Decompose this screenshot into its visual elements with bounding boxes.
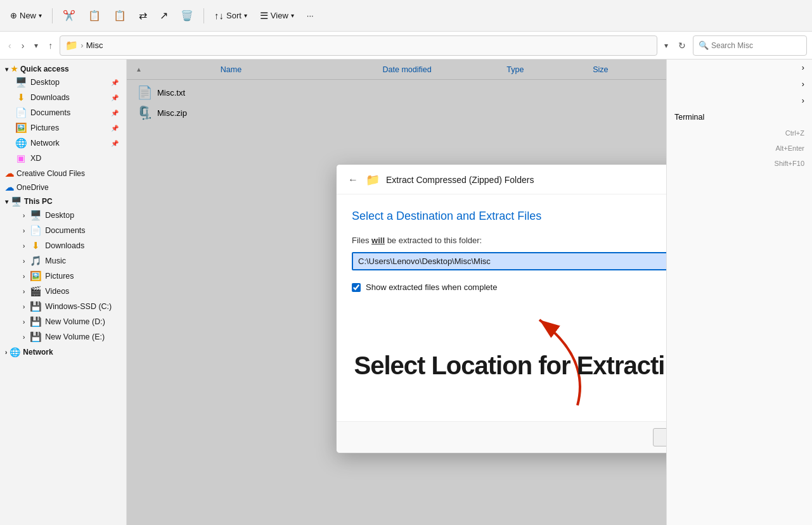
sidebar: ▾ ★ Quick access 🖥️ Desktop 📌 ⬇ Download…: [0, 60, 127, 525]
main-layout: ▾ ★ Quick access 🖥️ Desktop 📌 ⬇ Download…: [0, 60, 812, 525]
dialog-title-text: Extract Compressed (Zipped) Folders: [386, 175, 534, 185]
context-item-shift-f10[interactable]: Shift+F10: [667, 156, 812, 171]
context-item-terminal[interactable]: Terminal: [667, 109, 812, 125]
this-pc-header[interactable]: ▾ 🖥️ This PC: [0, 194, 126, 208]
new-chevron-icon: ▾: [39, 12, 42, 19]
sidebar-new-volume-e-label: New Volume (E:): [45, 332, 119, 341]
view-icon: ☰: [260, 10, 268, 22]
windows-ssd-icon: 💾: [30, 301, 41, 312]
downloads-icon: ⬇: [15, 92, 27, 103]
separator-1: [52, 8, 53, 23]
network-quick-pin-icon: 📌: [111, 140, 119, 147]
sidebar-item-new-volume-e[interactable]: › 💾 New Volume (E:): [3, 329, 124, 345]
rename-button[interactable]: ⇄: [134, 6, 152, 25]
separator-2: [203, 8, 204, 23]
context-item-expand-2[interactable]: ›: [667, 76, 812, 92]
sidebar-item-downloads-pc[interactable]: › ⬇ Downloads: [3, 238, 124, 253]
dialog-title-left: ← 📁 Extract Compressed (Zipped) Folders: [347, 173, 534, 187]
dialog-back-button[interactable]: ←: [347, 173, 359, 187]
quick-access-collapse-icon: ▾: [5, 66, 8, 73]
right-panel: › › › Terminal Ctrl+Z Alt+Enter Shift+F1…: [666, 60, 812, 525]
show-extracted-checkbox[interactable]: [352, 283, 361, 292]
downloads-pin-icon: 📌: [111, 94, 119, 101]
copy-button[interactable]: 📋: [83, 6, 106, 25]
sidebar-item-new-volume-d[interactable]: › 💾 New Volume (D:): [3, 314, 124, 329]
dropdown-button[interactable]: ▾: [31, 38, 41, 53]
this-pc-expand-icon: ▾: [5, 198, 8, 205]
dialog-description: Files will be extracted to this folder:: [352, 236, 666, 245]
sidebar-item-documents-pc[interactable]: › 📄 Documents: [3, 223, 124, 238]
quick-access-header[interactable]: ▾ ★ Quick access: [0, 62, 126, 75]
desktop-icon: 🖥️: [15, 77, 27, 88]
sidebar-item-desktop-pc[interactable]: › 🖥️ Desktop: [3, 208, 124, 223]
new-volume-e-expand-icon: ›: [23, 334, 25, 341]
sidebar-item-desktop[interactable]: 🖥️ Desktop 📌: [3, 75, 124, 90]
sidebar-item-pictures[interactable]: 🖼️ Pictures 📌: [3, 120, 124, 136]
creative-cloud-header[interactable]: ☁ Creative Cloud Files: [0, 166, 126, 180]
dialog-heading: Select a Destination and Extract Files: [352, 210, 666, 223]
onedrive-header[interactable]: ☁ OneDrive: [0, 180, 126, 194]
new-icon: ⊕: [10, 11, 17, 20]
extract-button[interactable]: Extract: [653, 428, 666, 446]
sidebar-new-volume-d-label: New Volume (D:): [45, 317, 119, 326]
new-button[interactable]: ⊕ New ▾: [5, 8, 47, 23]
sidebar-item-xd[interactable]: ▣ XD: [3, 151, 124, 166]
context-item-properties[interactable]: Alt+Enter: [667, 141, 812, 156]
view-button[interactable]: ☰ View ▾: [255, 7, 299, 25]
pictures-pc-icon: 🖼️: [30, 270, 41, 282]
windows-ssd-expand-icon: ›: [23, 303, 25, 310]
properties-shortcut: Alt+Enter: [775, 144, 804, 152]
cut-button[interactable]: ✂️: [58, 6, 81, 25]
sidebar-item-pictures-pc[interactable]: › 🖼️ Pictures: [3, 269, 124, 284]
cut-icon: ✂️: [63, 9, 75, 22]
annotation-area: Select Location for Extracting Files: [337, 307, 666, 421]
sidebar-documents-pc-label: Documents: [45, 226, 119, 235]
dialog-path-row: Browse...: [352, 250, 666, 272]
this-pc-icon: 🖥️: [11, 196, 22, 206]
forward-button[interactable]: ›: [18, 37, 28, 54]
refresh-button[interactable]: ↻: [675, 37, 689, 54]
network-header[interactable]: › 🌐 Network: [0, 345, 126, 358]
quick-access-star-icon: ★: [11, 65, 18, 73]
search-box[interactable]: 🔍: [693, 35, 807, 56]
checkbox-label: Show extracted files when complete: [366, 282, 497, 292]
extract-dialog: ← 📁 Extract Compressed (Zipped) Folders …: [336, 164, 666, 453]
onedrive-icon: ☁: [5, 182, 14, 193]
delete-button[interactable]: 🗑️: [176, 6, 198, 25]
sidebar-item-network-quick[interactable]: 🌐 Network 📌: [3, 136, 124, 151]
checkbox-row: Show extracted files when complete: [352, 282, 666, 292]
path-separator: ›: [81, 41, 83, 50]
desktop-pc-icon: 🖥️: [30, 210, 41, 221]
network-label: Network: [23, 348, 53, 357]
sort-button[interactable]: ↑↓ Sort ▾: [209, 7, 252, 24]
sidebar-item-documents[interactable]: 📄 Documents 📌: [3, 105, 124, 120]
context-item-ctrl-z[interactable]: Ctrl+Z: [667, 125, 812, 141]
address-path[interactable]: 📁 › Misc: [60, 35, 657, 56]
documents-pc-expand-icon: ›: [23, 227, 25, 234]
back-button[interactable]: ‹: [5, 37, 15, 54]
dialog-titlebar: ← 📁 Extract Compressed (Zipped) Folders …: [337, 165, 666, 194]
sidebar-item-downloads[interactable]: ⬇ Downloads 📌: [3, 90, 124, 105]
dialog-path-input[interactable]: [352, 252, 666, 270]
sidebar-item-windows-ssd[interactable]: › 💾 Windows-SSD (C:): [3, 299, 124, 314]
documents-icon: 📄: [15, 107, 27, 118]
paste-button[interactable]: 📋: [108, 6, 131, 25]
share-button[interactable]: ↗: [155, 6, 173, 25]
new-volume-d-icon: 💾: [30, 316, 41, 327]
path-dropdown-button[interactable]: ▾: [661, 38, 671, 53]
search-input[interactable]: [711, 41, 801, 50]
sidebar-item-videos-pc[interactable]: › 🎬 Videos: [3, 284, 124, 299]
dialog-footer: Extract Cancel: [337, 421, 666, 453]
sidebar-downloads-pc-label: Downloads: [45, 241, 119, 250]
more-label: ···: [307, 11, 314, 20]
expand-2-chevron-icon: ›: [802, 80, 804, 89]
context-item-expand-3[interactable]: ›: [667, 92, 812, 109]
sidebar-music-pc-label: Music: [45, 256, 119, 265]
up-button[interactable]: ↑: [45, 37, 56, 54]
paste-icon: 📋: [113, 9, 126, 22]
sidebar-item-music-pc[interactable]: › 🎵 Music: [3, 253, 124, 269]
view-chevron-icon: ▾: [291, 12, 294, 19]
context-item-expand-1[interactable]: ›: [667, 60, 812, 76]
more-button[interactable]: ···: [302, 8, 319, 23]
new-volume-d-expand-icon: ›: [23, 319, 25, 326]
